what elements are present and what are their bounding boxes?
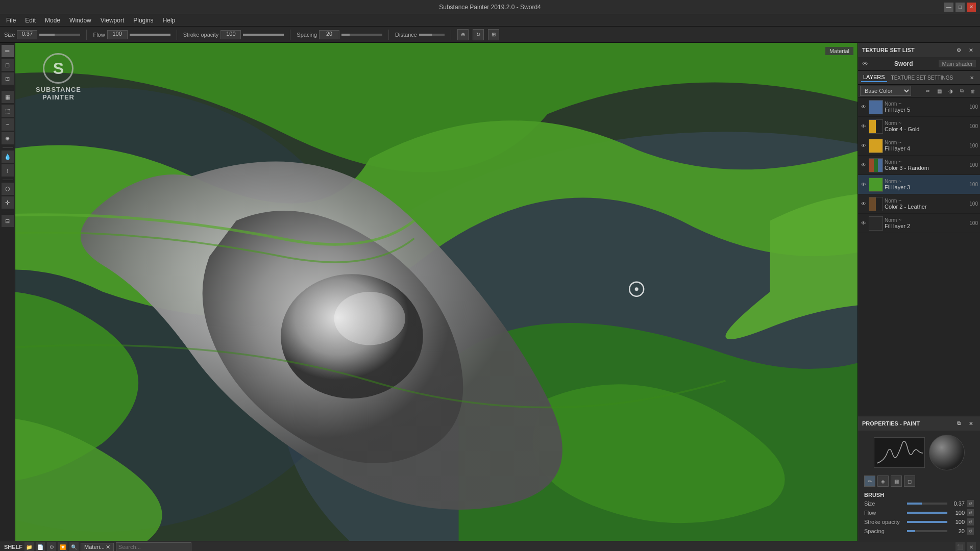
toolbar-stroke-group: Stroke opacity 100: [183, 30, 284, 39]
layer-row[interactable]: 👁 Norm ~ Fill layer 3 100: [858, 175, 980, 194]
prop-icon-paint[interactable]: ✏: [864, 475, 875, 487]
symmetry-btn[interactable]: ⊕: [457, 29, 469, 40]
wrap-btn[interactable]: ⊞: [488, 29, 499, 40]
brush-stroke-reset[interactable]: ↺: [967, 518, 974, 525]
shelf-search-input[interactable]: [116, 542, 191, 551]
shelf-filter-btn[interactable]: 🔽: [58, 542, 67, 551]
layer-row[interactable]: 👁 Norm ~ Color 3 - Random 100: [858, 156, 980, 175]
shelf-maximize-btn[interactable]: ⬛: [955, 542, 965, 551]
prop-icon-alpha[interactable]: ◻: [904, 475, 915, 487]
stroke-input[interactable]: 100: [220, 30, 241, 39]
layer-name: Color 4 - Gold: [885, 126, 968, 132]
viewport-tool[interactable]: ⬡: [2, 183, 14, 195]
layer-visibility[interactable]: 👁: [860, 123, 867, 130]
brush-curve-preview: [874, 437, 925, 468]
shader-name[interactable]: Main shader: [939, 60, 976, 67]
texture-set-panel: TEXTURE SET LIST ⚙ ✕ 👁 Sword Main shader: [858, 43, 980, 71]
shelf-folder-btn[interactable]: 📁: [24, 542, 34, 551]
size-input[interactable]: 0.37: [17, 30, 37, 39]
brush-flow-reset[interactable]: ↺: [967, 509, 974, 516]
layer-row[interactable]: 👁 Norm ~ Fill layer 2 100: [858, 214, 980, 233]
brush-section: BRUSH Size 0.37 ↺ Flow 10: [860, 490, 978, 539]
layer-row[interactable]: 👁 Norm ~ Fill layer 5 100: [858, 97, 980, 117]
toolbar-flow-group: Flow 100: [93, 30, 170, 39]
size-slider[interactable]: [39, 34, 80, 36]
menu-plugins[interactable]: Plugins: [129, 16, 157, 25]
properties-close-btn[interactable]: ✕: [966, 418, 976, 429]
menubar: File Edit Mode Window Viewport Plugins H…: [0, 14, 980, 27]
brush-spacing-val: 20: [949, 528, 965, 534]
brush-flow-row: Flow 100 ↺: [864, 509, 974, 516]
layer-visibility[interactable]: 👁: [860, 162, 867, 169]
measure-tool[interactable]: ↕: [2, 164, 14, 177]
flow-input[interactable]: 100: [107, 30, 128, 39]
brush-size-slider[interactable]: [907, 503, 947, 505]
menu-mode[interactable]: Mode: [41, 16, 64, 25]
tab-texture-settings[interactable]: TEXTURE SET SETTINGS: [889, 74, 955, 82]
layer-visibility[interactable]: 👁: [860, 220, 867, 227]
viewport[interactable]: S SUBSTANCEPAINTER Material: [15, 43, 857, 541]
shelf-tag-close[interactable]: ✕: [106, 544, 110, 550]
texture-set-name[interactable]: Sword: [894, 60, 913, 67]
project-tool[interactable]: ⊡: [2, 72, 14, 85]
menu-file[interactable]: File: [2, 16, 20, 25]
shelf-close-btn[interactable]: ✕: [967, 542, 976, 551]
spacing-slider[interactable]: [341, 34, 382, 36]
menu-edit[interactable]: Edit: [21, 16, 40, 25]
brush-stroke-slider[interactable]: [907, 521, 947, 523]
delete-layer-btn[interactable]: 🗑: [968, 86, 978, 96]
texture-close-btn[interactable]: ✕: [966, 45, 976, 55]
layer-info: Norm ~ Fill layer 4: [885, 140, 968, 152]
close-button[interactable]: ✕: [967, 3, 976, 12]
brush-spacing-slider[interactable]: [907, 530, 947, 532]
brush-spacing-reset[interactable]: ↺: [967, 528, 974, 535]
channel-select[interactable]: Base Color: [860, 86, 911, 96]
material-label: Material: [825, 47, 853, 55]
shelf-file-btn[interactable]: 📄: [36, 542, 45, 551]
shelf-settings-btn[interactable]: ⚙: [47, 542, 56, 551]
add-paint-layer-btn[interactable]: ✏: [923, 86, 933, 96]
bake-tool[interactable]: ⊟: [2, 215, 14, 227]
distance-slider[interactable]: [419, 34, 445, 36]
brush-flow-slider[interactable]: [907, 512, 947, 514]
duplicate-layer-btn[interactable]: ⧉: [957, 86, 967, 96]
prop-icon-material[interactable]: ◈: [877, 475, 889, 487]
layer-visibility[interactable]: 👁: [860, 181, 867, 188]
layer-row[interactable]: 👁 Norm ~ Fill layer 4 100: [858, 136, 980, 156]
fill-tool[interactable]: ▦: [2, 91, 14, 103]
flow-slider[interactable]: [130, 34, 170, 36]
prop-icon-texture[interactable]: ▦: [891, 475, 902, 487]
brush-size-reset[interactable]: ↺: [967, 500, 974, 507]
maximize-button[interactable]: □: [955, 3, 965, 12]
layer-row[interactable]: 👁 Norm ~ Color 4 - Gold 100: [858, 117, 980, 136]
color-picker-tool[interactable]: 💧: [2, 151, 14, 163]
minimize-button[interactable]: —: [944, 3, 953, 12]
smudge-tool[interactable]: ~: [2, 118, 14, 131]
svg-point-1: [281, 132, 857, 541]
layer-blend: Norm ~: [885, 101, 968, 107]
rotate-btn[interactable]: ↻: [473, 29, 484, 40]
layer-visibility[interactable]: 👁: [860, 142, 867, 149]
clone-tool[interactable]: ⊕: [2, 132, 14, 144]
paint-tool[interactable]: ✏: [2, 45, 14, 57]
layer-row[interactable]: 👁 Norm ~ Color 2 - Leather 100: [858, 194, 980, 214]
layer-visibility[interactable]: 👁: [860, 104, 867, 111]
select-tool[interactable]: ⬚: [2, 105, 14, 117]
layer-visibility[interactable]: 👁: [860, 201, 867, 208]
menu-help[interactable]: Help: [159, 16, 180, 25]
layers-close-btn[interactable]: ✕: [967, 72, 977, 83]
properties-popout-btn[interactable]: ⧉: [953, 418, 964, 429]
shelf-active-tag[interactable]: Materi... ✕: [81, 543, 114, 552]
stroke-slider[interactable]: [243, 34, 284, 36]
transform-tool[interactable]: ✛: [2, 196, 14, 209]
menu-viewport[interactable]: Viewport: [96, 16, 128, 25]
shelf-search-btn[interactable]: 🔍: [69, 542, 79, 551]
add-mask-btn[interactable]: ◑: [945, 86, 955, 96]
erase-tool[interactable]: ◻: [2, 59, 14, 71]
tab-layers[interactable]: LAYERS: [861, 73, 887, 82]
add-fill-layer-btn[interactable]: ▦: [934, 86, 944, 96]
layer-thumb: [869, 197, 883, 211]
settings-btn[interactable]: ⚙: [953, 45, 964, 55]
menu-window[interactable]: Window: [65, 16, 95, 25]
spacing-input[interactable]: 20: [319, 30, 339, 39]
